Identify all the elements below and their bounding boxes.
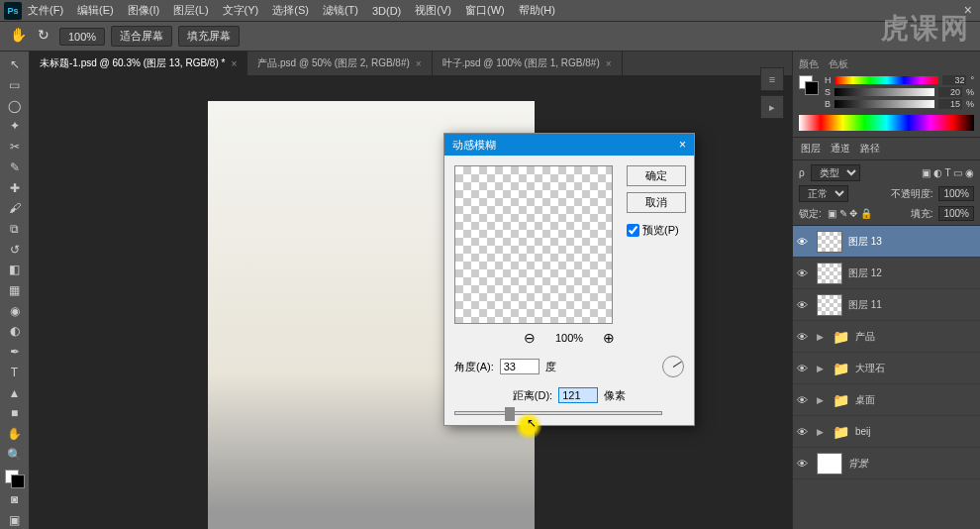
visibility-icon[interactable]: 👁 <box>797 236 811 248</box>
stamp-tool-icon[interactable]: ⧉ <box>4 220 26 239</box>
color-swatch[interactable] <box>5 470 25 488</box>
layer-row[interactable]: 👁▶📁桌面 <box>793 384 980 416</box>
distance-input[interactable] <box>558 387 598 403</box>
pen-tool-icon[interactable]: ✒ <box>4 343 26 362</box>
panel-swatch[interactable] <box>799 75 819 95</box>
preview-checkbox[interactable]: 预览(P) <box>627 223 686 238</box>
close-icon[interactable]: × <box>964 2 972 18</box>
fit-screen-button[interactable]: 适合屏幕 <box>111 26 172 47</box>
visibility-icon[interactable]: 👁 <box>797 331 811 343</box>
document-tab[interactable]: 叶子.psd @ 100% (图层 1, RGB/8#)× <box>433 52 623 75</box>
tab-swatches[interactable]: 色板 <box>829 57 848 71</box>
h-slider[interactable] <box>835 76 939 84</box>
menu-edit[interactable]: 编辑(E) <box>77 3 114 18</box>
layer-row[interactable]: 👁背景 <box>793 448 980 479</box>
brush-tool-icon[interactable]: 🖌 <box>4 199 26 218</box>
distance-slider[interactable] <box>454 411 662 415</box>
actions-icon[interactable]: ▸ <box>760 95 784 119</box>
angle-input[interactable] <box>500 359 539 374</box>
marquee-tool-icon[interactable]: ▭ <box>4 76 26 95</box>
fill-value[interactable]: 100% <box>938 206 974 221</box>
menu-help[interactable]: 帮助(H) <box>519 3 555 18</box>
move-tool-icon[interactable]: ↖ <box>4 55 26 74</box>
menu-image[interactable]: 图像(I) <box>128 3 159 18</box>
visibility-icon[interactable]: 👁 <box>797 363 811 374</box>
rotate-tool-icon[interactable]: ↻ <box>34 27 53 47</box>
crop-tool-icon[interactable]: ✂ <box>4 138 26 157</box>
ok-button[interactable]: 确定 <box>627 165 686 186</box>
b-label: B <box>825 99 831 109</box>
opacity-label: 不透明度: <box>891 187 933 201</box>
zoom-tool-icon[interactable]: 🔍 <box>4 445 26 464</box>
menu-filter[interactable]: 滤镜(T) <box>323 3 358 18</box>
gradient-tool-icon[interactable]: ▦ <box>4 281 26 300</box>
zoom-percent-button[interactable]: 100% <box>59 28 105 46</box>
visibility-icon[interactable]: 👁 <box>797 458 811 470</box>
blur-tool-icon[interactable]: ◉ <box>4 301 26 320</box>
b-value[interactable]: 15 <box>938 99 962 109</box>
zoom-out-icon[interactable]: ⊖ <box>524 330 536 346</box>
hand-tool-icon[interactable]: ✋ <box>8 27 28 47</box>
dialog-preview[interactable] <box>454 165 613 324</box>
h-value[interactable]: 32 <box>942 75 966 85</box>
tab-channels[interactable]: 通道 <box>831 142 850 156</box>
tab-paths[interactable]: 路径 <box>860 142 880 156</box>
menu-select[interactable]: 选择(S) <box>272 3 309 18</box>
tab-color[interactable]: 颜色 <box>799 57 819 71</box>
visibility-icon[interactable]: 👁 <box>797 267 811 279</box>
filter-icons[interactable]: ▣ ◐ T ▭ ◉ <box>922 167 974 178</box>
quickmask-icon[interactable]: ◙ <box>4 490 26 509</box>
fill-screen-button[interactable]: 填充屏幕 <box>178 26 240 47</box>
type-tool-icon[interactable]: T <box>4 364 26 382</box>
angle-unit: 度 <box>545 360 556 374</box>
menu-view[interactable]: 视图(V) <box>415 3 451 18</box>
tab-layers[interactable]: 图层 <box>801 142 821 156</box>
document-tabs: 未标题-1.psd @ 60.3% (图层 13, RGB/8) *×产品.ps… <box>30 52 792 75</box>
angle-dial[interactable] <box>662 356 684 377</box>
lock-icons[interactable]: ▣ ✎ ✥ 🔒 <box>828 208 872 219</box>
history-brush-icon[interactable]: ↺ <box>4 240 26 259</box>
menu-3d[interactable]: 3D(D) <box>372 5 401 17</box>
s-slider[interactable] <box>834 88 934 96</box>
menu-file[interactable]: 文件(F) <box>28 3 63 18</box>
dialog-close-icon[interactable]: × <box>679 138 686 152</box>
distance-unit: 像素 <box>604 388 626 403</box>
document-tab[interactable]: 产品.psd @ 50% (图层 2, RGB/8#)× <box>247 52 432 75</box>
dodge-tool-icon[interactable]: ◐ <box>4 322 26 341</box>
spectrum-picker[interactable] <box>799 115 974 131</box>
s-label: S <box>825 87 831 97</box>
document-tab[interactable]: 未标题-1.psd @ 60.3% (图层 13, RGB/8) *× <box>30 52 247 75</box>
layer-row[interactable]: 👁▶📁beij <box>793 416 980 448</box>
visibility-icon[interactable]: 👁 <box>797 299 811 311</box>
layer-row[interactable]: 👁▶📁大理石 <box>793 353 980 384</box>
cancel-button[interactable]: 取消 <box>627 192 686 213</box>
lasso-tool-icon[interactable]: ◯ <box>4 96 26 115</box>
layer-row[interactable]: 👁图层 12 <box>793 258 980 289</box>
path-select-icon[interactable]: ▲ <box>4 383 26 402</box>
zoom-in-icon[interactable]: ⊕ <box>603 330 615 346</box>
menu-text[interactable]: 文字(Y) <box>223 3 259 18</box>
hand-tool-icon[interactable]: ✋ <box>4 425 26 444</box>
menubar: 文件(F) 编辑(E) 图像(I) 图层(L) 文字(Y) 选择(S) 滤镜(T… <box>0 0 980 22</box>
heal-tool-icon[interactable]: ✚ <box>4 178 26 197</box>
menu-layer[interactable]: 图层(L) <box>173 3 208 18</box>
eraser-tool-icon[interactable]: ◧ <box>4 261 26 279</box>
wand-tool-icon[interactable]: ✦ <box>4 117 26 136</box>
eyedropper-tool-icon[interactable]: ✎ <box>4 159 26 177</box>
filter-kind-select[interactable]: 类型 <box>811 164 860 181</box>
shape-tool-icon[interactable]: ■ <box>4 404 26 423</box>
visibility-icon[interactable]: 👁 <box>797 394 811 406</box>
fill-label: 填充: <box>911 207 933 221</box>
layer-row[interactable]: 👁▶📁产品 <box>793 321 980 353</box>
b-slider[interactable] <box>834 100 934 108</box>
layer-row[interactable]: 👁图层 11 <box>793 289 980 321</box>
b-unit: % <box>966 99 974 109</box>
history-icon[interactable]: ≡ <box>760 67 784 91</box>
menu-window[interactable]: 窗口(W) <box>465 3 505 18</box>
blend-mode-select[interactable]: 正常 <box>799 185 848 202</box>
visibility-icon[interactable]: 👁 <box>797 426 811 438</box>
layer-row[interactable]: 👁图层 13 <box>793 226 980 258</box>
opacity-value[interactable]: 100% <box>938 186 974 201</box>
screenmode-icon[interactable]: ▣ <box>4 510 26 529</box>
s-value[interactable]: 20 <box>938 87 962 97</box>
